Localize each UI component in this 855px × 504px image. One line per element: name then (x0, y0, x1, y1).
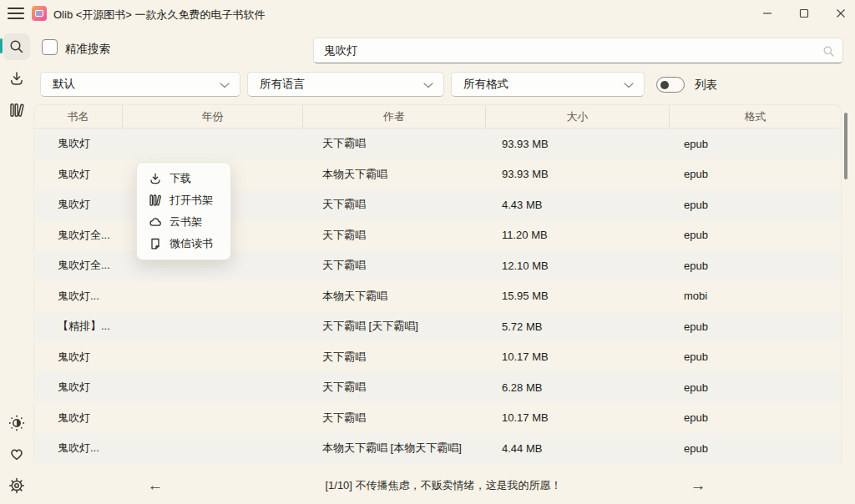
cell-size: 93.93 MB (485, 138, 669, 150)
wechat-read-icon (148, 237, 162, 251)
list-view-toggle[interactable] (656, 77, 685, 93)
search-input[interactable] (314, 38, 842, 63)
brightness-icon (8, 415, 25, 431)
sidebar-item-library[interactable] (3, 97, 30, 123)
bookshelf-icon (8, 102, 25, 118)
table-row[interactable]: 鬼吹灯天下霸唱10.17 MBepub (34, 403, 841, 434)
next-page-button[interactable]: → (685, 474, 711, 497)
cell-size: 10.17 MB (485, 350, 669, 363)
vertical-scrollbar[interactable] (844, 113, 847, 179)
table-row[interactable]: 鬼吹灯...本物天下霸唱15.95 MBmobi (34, 281, 841, 312)
header-author[interactable]: 作者 (302, 105, 485, 128)
sidebar-item-search[interactable] (3, 33, 30, 60)
sidebar-item-downloads[interactable] (3, 65, 30, 92)
close-button[interactable] (823, 0, 855, 27)
cell-name: 鬼吹灯... (34, 441, 122, 456)
context-menu-label: 下载 (169, 171, 191, 186)
download-icon (148, 172, 162, 186)
search-icon (8, 38, 25, 55)
cell-size: 12.10 MB (485, 260, 669, 272)
cell-format: epub (669, 138, 841, 150)
cell-size: 93.93 MB (485, 168, 669, 180)
cell-author: 本物天下霸唱 (302, 167, 485, 182)
cell-size: 11.20 MB (485, 229, 669, 241)
header-name[interactable]: 书名 (34, 105, 122, 128)
titlebar: Olib <开源图书> 一款永久免费的电子书软件 (0, 0, 855, 27)
header-format[interactable]: 格式 (669, 105, 841, 128)
cell-name: 鬼吹灯 (34, 411, 122, 426)
close-icon (836, 8, 846, 18)
cell-name: 鬼吹灯 (34, 350, 122, 365)
download-icon (8, 70, 25, 87)
context-menu: 下载 打开书架 云书架 微信读书 (136, 162, 231, 260)
cell-format: epub (669, 168, 841, 180)
cell-format: epub (669, 381, 841, 394)
cell-author: 天下霸唱 (302, 136, 485, 151)
table-row[interactable]: 鬼吹灯天下霸唱93.93 MBepub (34, 129, 841, 159)
cell-name: 鬼吹灯全... (34, 228, 122, 243)
cell-name: 鬼吹灯 (34, 380, 122, 395)
precise-search-label: 精准搜索 (65, 42, 110, 57)
cell-author: 本物天下霸唱 (302, 289, 485, 304)
table-row[interactable]: 鬼吹灯天下霸唱6.28 MBepub (34, 372, 841, 403)
gear-icon (8, 477, 25, 494)
cell-format: epub (669, 229, 841, 241)
search-input-icon (822, 45, 835, 58)
cell-size: 10.17 MB (485, 411, 669, 424)
cell-author: 天下霸唱 [天下霸唱] (302, 319, 485, 334)
header-year[interactable]: 年份 (122, 105, 302, 128)
minimize-icon (762, 8, 772, 18)
cell-author: 本物天下霸唱 [本物天下霸唱] (302, 441, 485, 456)
cell-size: 4.44 MB (485, 442, 669, 455)
cell-format: epub (669, 260, 841, 272)
table-row[interactable]: 鬼吹灯天下霸唱10.17 MBepub (34, 342, 841, 373)
sidebar-item-favorites[interactable] (3, 441, 30, 467)
format-dropdown[interactable]: 所有格式 (451, 72, 645, 97)
context-menu-item-cloud-bookshelf[interactable]: 云书架 (137, 211, 230, 233)
cell-format: epub (669, 320, 841, 333)
cell-author: 天下霸唱 (302, 350, 485, 365)
context-menu-label: 微信读书 (169, 236, 213, 251)
search-box (313, 38, 843, 63)
sort-dropdown[interactable]: 默认 (40, 72, 240, 97)
maximize-icon (799, 8, 809, 18)
table-header: 书名 年份 作者 大小 格式 (34, 105, 841, 129)
cell-size: 5.72 MB (485, 320, 669, 333)
sidebar-item-theme[interactable] (3, 410, 30, 436)
context-menu-item-download[interactable]: 下载 (137, 168, 230, 189)
cell-name: 鬼吹灯全... (34, 258, 122, 273)
cell-author: 天下霸唱 (302, 197, 485, 212)
maximize-button[interactable] (787, 0, 822, 27)
cell-author: 天下霸唱 (302, 258, 485, 273)
minimize-button[interactable] (750, 0, 785, 27)
cell-author: 天下霸唱 (302, 228, 485, 243)
precise-search-checkbox[interactable] (42, 39, 58, 55)
hamburger-menu-icon[interactable] (8, 7, 24, 20)
heart-icon (8, 446, 25, 462)
sort-dropdown-value: 默认 (53, 77, 75, 92)
cell-name: 鬼吹灯 (34, 136, 122, 151)
bookshelf-icon (148, 194, 162, 208)
context-menu-label: 打开书架 (169, 193, 213, 208)
table-row[interactable]: 【精排】...天下霸唱 [天下霸唱]5.72 MBepub (34, 311, 841, 342)
table-row[interactable]: 鬼吹灯...本物天下霸唱 [本物天下霸唱]4.44 MBepub (34, 433, 841, 464)
window-title: Olib <开源图书> 一款永久免费的电子书软件 (53, 8, 266, 23)
context-menu-label: 云书架 (169, 214, 202, 229)
cell-size: 4.43 MB (485, 199, 669, 211)
cell-author: 天下霸唱 (302, 411, 485, 426)
cell-name: 鬼吹灯... (34, 289, 122, 304)
language-dropdown-value: 所有语言 (260, 77, 305, 92)
context-menu-item-open-bookshelf[interactable]: 打开书架 (137, 189, 230, 211)
cell-format: mobi (669, 290, 841, 302)
cloud-icon (148, 215, 162, 229)
cell-author: 天下霸唱 (302, 380, 485, 395)
app-logo-icon (32, 6, 47, 21)
context-menu-item-wechat-read[interactable]: 微信读书 (137, 233, 230, 255)
pagination-bar: ← [1/10] 不传播焦虑，不贩卖情绪，这是我的所愿！ → (32, 467, 855, 504)
cell-name: 鬼吹灯 (34, 167, 122, 182)
chevron-down-icon (624, 83, 634, 88)
active-item-indicator (0, 38, 3, 53)
sidebar-item-settings[interactable] (3, 472, 30, 499)
language-dropdown[interactable]: 所有语言 (247, 72, 444, 97)
header-size[interactable]: 大小 (485, 105, 669, 128)
